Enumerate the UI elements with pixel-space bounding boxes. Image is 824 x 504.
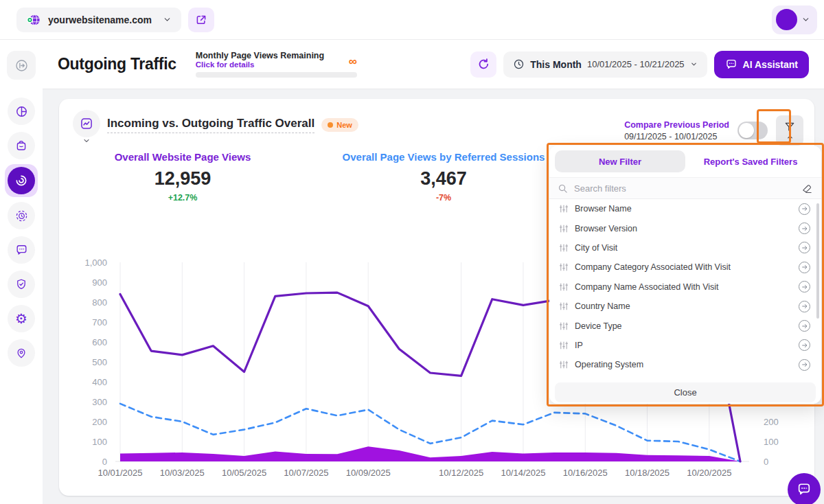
open-website-button[interactable]: [188, 8, 214, 32]
filter-item[interactable]: Browser Name: [549, 199, 821, 218]
svg-text:600: 600: [92, 337, 107, 347]
svg-text:200: 200: [764, 417, 779, 427]
compare-text-block: Compare Previous Period 09/11/2025 - 10/…: [624, 120, 729, 141]
traffic-spiral-icon: [14, 174, 28, 187]
sidebar: ⚙: [0, 40, 43, 504]
svg-text:1,000: 1,000: [84, 257, 107, 268]
infinity-value: ∞: [349, 55, 357, 69]
svg-text:10/01/2025: 10/01/2025: [98, 468, 142, 478]
quota-details-link[interactable]: Click for details: [196, 60, 357, 69]
page-title: Outgoing Traffic: [58, 55, 176, 73]
compare-previous-period-label[interactable]: Compare Previous Period: [624, 120, 729, 130]
sidebar-item-dashboard[interactable]: [8, 98, 35, 125]
filter-item[interactable]: Country Name: [549, 297, 821, 316]
svg-text:10/03/2025: 10/03/2025: [160, 468, 205, 478]
sidebar-item-sessions[interactable]: [8, 202, 35, 229]
filter-item[interactable]: IP: [549, 336, 821, 355]
sidebar-item-chat[interactable]: [8, 236, 35, 264]
account-menu[interactable]: [772, 5, 817, 34]
refresh-button[interactable]: [470, 51, 496, 78]
sliders-icon: [559, 301, 569, 311]
card-header: Incoming vs. Outgoing Traffic Overall Ne…: [73, 110, 803, 146]
svg-text:10/12/2025: 10/12/2025: [439, 468, 483, 478]
sliders-icon: [559, 262, 569, 272]
svg-text:800: 800: [92, 297, 107, 308]
svg-text:0: 0: [102, 457, 107, 467]
scrollbar-thumb[interactable]: [816, 203, 819, 319]
external-link-icon: [195, 14, 207, 26]
sidebar-item-store[interactable]: [8, 132, 35, 159]
quota-label: Monthly Page Views Remaining: [196, 51, 357, 60]
tab-saved-filters[interactable]: Report's Saved Filters: [685, 150, 816, 172]
sidebar-item-locations[interactable]: [8, 339, 35, 367]
tab-new-filter[interactable]: New Filter: [555, 150, 685, 172]
arrow-right-circle-icon[interactable]: [799, 281, 810, 293]
svg-text:300: 300: [92, 397, 107, 407]
sliders-icon: [559, 282, 569, 292]
filter-item-label: City of Visit: [575, 243, 792, 253]
globe-icon: [26, 12, 41, 27]
filter-item[interactable]: Browser Version: [549, 218, 821, 238]
svg-text:10/07/2025: 10/07/2025: [284, 468, 328, 478]
chart-type-selector[interactable]: [73, 110, 100, 145]
arrow-right-circle-icon[interactable]: [799, 242, 810, 253]
svg-text:10/16/2025: 10/16/2025: [563, 468, 608, 478]
compare-toggle[interactable]: [737, 122, 768, 139]
refresh-icon: [477, 58, 490, 71]
svg-text:10/09/2025: 10/09/2025: [346, 468, 391, 478]
sidebar-collapse-icon: [14, 58, 29, 73]
filter-button[interactable]: [776, 115, 803, 146]
svg-text:100: 100: [764, 437, 779, 447]
filter-list: Browser Name Browser Version City of Vis…: [549, 199, 821, 379]
svg-text:10/05/2025: 10/05/2025: [222, 468, 266, 478]
pie-chart-icon: [15, 105, 28, 118]
search-filters-input[interactable]: [574, 183, 795, 194]
filter-item[interactable]: Company Category Associated With Visit: [549, 257, 821, 277]
sliders-icon: [559, 243, 569, 253]
arrow-right-circle-icon[interactable]: [799, 203, 810, 215]
sidebar-item-traffic-active[interactable]: [5, 164, 38, 197]
quota-progress-bar: [196, 72, 357, 78]
arrow-right-circle-icon[interactable]: [799, 222, 810, 234]
filter-item-label: Device Type: [575, 321, 792, 331]
website-selector[interactable]: yourwebsitename.com: [16, 8, 181, 32]
topbar: yourwebsitename.com: [0, 0, 824, 40]
sidebar-item-security[interactable]: [8, 271, 35, 298]
period-range: 10/01/2025 - 10/21/2025: [587, 59, 685, 69]
sessions-timer-icon: [15, 209, 28, 222]
support-chat-fab[interactable]: [788, 473, 821, 504]
eraser-icon[interactable]: [801, 183, 813, 194]
close-button[interactable]: Close: [555, 382, 816, 402]
date-range-picker[interactable]: This Month 10/01/2025 - 10/21/2025: [503, 51, 707, 78]
filter-panel: New Filter Report's Saved Filters Browse…: [549, 146, 821, 404]
filter-item-label: Country Name: [575, 301, 792, 311]
ai-assistant-button[interactable]: AI Assistant: [714, 51, 809, 78]
arrow-right-circle-icon[interactable]: [799, 301, 810, 312]
new-badge: New: [321, 118, 358, 132]
arrow-right-circle-icon[interactable]: [799, 262, 810, 273]
sidebar-item-settings[interactable]: ⚙: [8, 305, 35, 332]
nav-list: ⚙: [5, 98, 38, 367]
active-nav-circle: [8, 167, 35, 194]
sliders-icon: [559, 224, 569, 233]
filter-item-label: Browser Name: [575, 204, 792, 214]
arrow-right-circle-icon[interactable]: [799, 320, 810, 332]
filter-item[interactable]: Operating System: [549, 355, 821, 374]
stat-overall-page-views: Overall Website Page Views 12,959 +12.7%: [73, 151, 293, 203]
filter-tabs: New Filter Report's Saved Filters: [549, 146, 821, 177]
filter-item[interactable]: Company Name Associated With Visit: [549, 277, 821, 297]
svg-text:100: 100: [92, 437, 107, 447]
arrow-right-circle-icon[interactable]: [799, 359, 810, 371]
stat-label: Overall Website Page Views: [73, 151, 293, 163]
avatar: [776, 9, 797, 30]
filter-item[interactable]: Device Type: [549, 316, 821, 335]
arrow-right-circle-icon[interactable]: [799, 339, 810, 351]
stat-value: 12,959: [73, 168, 293, 190]
new-badge-label: New: [336, 121, 352, 129]
compare-range: 09/11/2025 - 10/01/2025: [624, 132, 729, 141]
sidebar-collapse-button[interactable]: [7, 51, 36, 80]
app-root: yourwebsitename.com: [0, 0, 824, 504]
toggle-knob: [739, 123, 754, 138]
filter-item[interactable]: City of Visit: [549, 238, 821, 257]
card-title[interactable]: Incoming vs. Outgoing Traffic Overall: [107, 117, 314, 133]
